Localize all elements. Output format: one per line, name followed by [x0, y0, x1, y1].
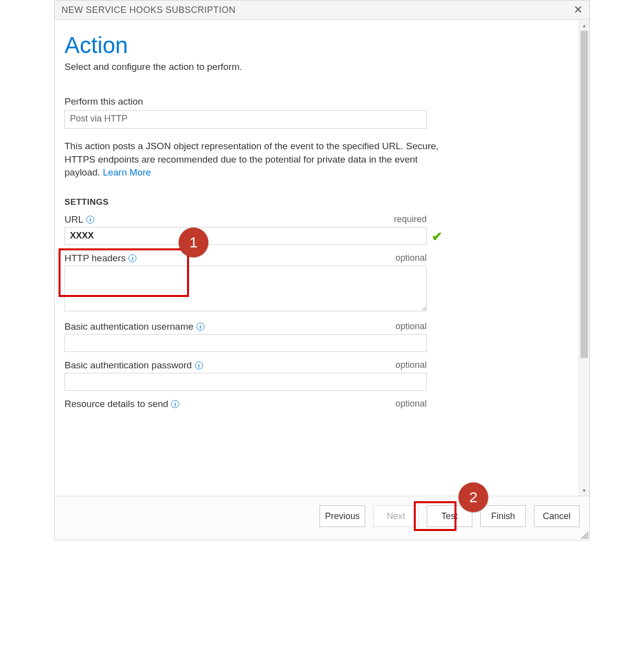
basic-user-row: Basic authentication username i optional	[64, 321, 566, 352]
svg-line-2	[586, 537, 588, 539]
vertical-scrollbar[interactable]: ▲ ▼	[579, 20, 589, 496]
basic-user-label: Basic authentication username	[64, 321, 193, 332]
info-icon[interactable]: i	[86, 216, 94, 224]
resize-grip-icon[interactable]	[580, 530, 588, 539]
info-icon[interactable]: i	[196, 323, 204, 331]
dialog-footer: Previous Next Test Finish Cancel 2	[55, 496, 589, 540]
page-subtitle: Select and configure the action to perfo…	[64, 61, 566, 72]
url-label: URL	[64, 214, 83, 225]
resource-details-hint: optional	[395, 399, 427, 409]
info-icon[interactable]: i	[171, 400, 179, 408]
learn-more-link[interactable]: Learn More	[103, 167, 151, 177]
info-icon[interactable]: i	[129, 254, 136, 262]
scroll-up-icon[interactable]: ▲	[579, 20, 589, 31]
basic-pass-row: Basic authentication password i optional	[64, 360, 566, 391]
basic-pass-input[interactable]	[64, 373, 427, 391]
action-description: This action posts a JSON object represen…	[64, 140, 442, 179]
perform-action-select[interactable]: Post via HTTP	[64, 110, 427, 129]
next-button: Next	[373, 505, 419, 527]
dialog-header: NEW SERVICE HOOKS SUBSCRIPTION ✕	[55, 0, 589, 20]
svg-line-1	[584, 534, 588, 539]
http-headers-row: HTTP headers i optional	[64, 253, 566, 313]
close-icon[interactable]: ✕	[574, 4, 582, 15]
page-title: Action	[64, 32, 566, 59]
annotation-badge-2: 2	[458, 482, 488, 512]
finish-button[interactable]: Finish	[480, 505, 526, 527]
scroll-down-icon[interactable]: ▼	[579, 485, 589, 496]
http-headers-input[interactable]	[64, 266, 427, 311]
basic-user-hint: optional	[395, 321, 427, 332]
basic-pass-label: Basic authentication password	[64, 360, 192, 371]
perform-action-label: Perform this action	[64, 96, 566, 107]
cancel-button[interactable]: Cancel	[534, 505, 580, 527]
scroll-thumb[interactable]	[580, 31, 588, 358]
resource-details-label: Resource details to send	[64, 399, 168, 410]
resource-details-row: Resource details to send i optional	[64, 399, 566, 410]
url-hint: required	[394, 214, 427, 225]
perform-action-row: Perform this action Post via HTTP	[64, 96, 566, 129]
info-icon[interactable]: i	[195, 361, 203, 369]
check-icon: ✔	[432, 229, 443, 244]
previous-button[interactable]: Previous	[320, 505, 365, 527]
basic-pass-hint: optional	[395, 360, 427, 370]
dialog-body: Action Select and configure the action t…	[55, 20, 579, 496]
settings-heading: SETTINGS	[64, 197, 566, 207]
http-headers-label: HTTP headers	[64, 253, 126, 264]
url-input[interactable]	[64, 227, 427, 245]
dialog: NEW SERVICE HOOKS SUBSCRIPTION ✕ Action …	[54, 0, 590, 540]
url-row: URL i required ✔	[64, 214, 566, 245]
annotation-badge-1: 1	[179, 228, 208, 257]
basic-user-input[interactable]	[64, 334, 427, 352]
http-headers-hint: optional	[395, 253, 427, 263]
scroll-track[interactable]	[579, 31, 589, 485]
dialog-title: NEW SERVICE HOOKS SUBSCRIPTION	[62, 5, 236, 15]
